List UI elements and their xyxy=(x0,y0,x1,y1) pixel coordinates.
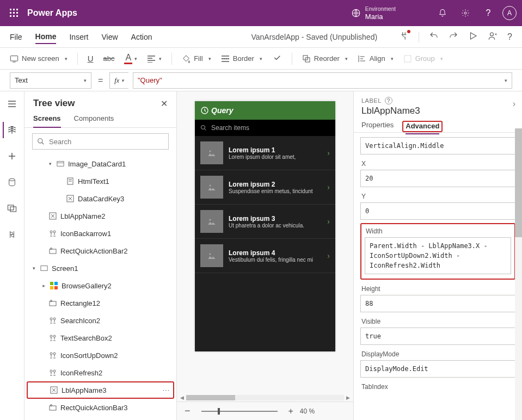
align-button[interactable]: Align▾ xyxy=(358,54,394,63)
thumbnail-icon xyxy=(200,210,223,233)
svg-point-39 xyxy=(50,353,52,355)
tree-close-icon[interactable]: ✕ xyxy=(161,98,168,109)
menu-insert[interactable]: Insert xyxy=(69,33,88,41)
tree-node-screen1[interactable]: ▾Screen1 xyxy=(27,260,174,277)
list-item-title: Lorem ipsum 4 xyxy=(229,249,322,257)
redo-icon[interactable] xyxy=(449,31,458,42)
user-avatar[interactable]: A xyxy=(502,6,517,20)
svg-point-48 xyxy=(210,151,211,152)
ribbon-toolbar: New screen▾ U abc A▾ ▾ Fill▾ Border▾ Reo… xyxy=(0,48,522,70)
menu-file[interactable]: File xyxy=(10,33,22,41)
tree-node-iconrefresh[interactable]: IconRefresh2 xyxy=(27,364,174,381)
play-icon[interactable] xyxy=(468,31,478,42)
zoom-slider[interactable] xyxy=(201,411,278,412)
help-icon[interactable]: ? xyxy=(480,4,497,22)
rail-media-icon[interactable] xyxy=(4,200,20,217)
tree-node-more-icon[interactable]: ··· xyxy=(163,386,170,394)
svg-rect-44 xyxy=(50,406,56,410)
phone-list-item[interactable]: Lorem ipsum 4Vestibulum dui felis, fring… xyxy=(195,239,335,273)
underline-icon[interactable]: U xyxy=(88,54,94,63)
settings-icon[interactable] xyxy=(457,4,474,22)
label-width: Width xyxy=(366,227,511,235)
global-header: Power Apps Environment Maria ? A xyxy=(0,0,522,26)
zoom-out-icon[interactable]: − xyxy=(185,405,191,417)
tree-node-searchicon2[interactable]: SearchIcon2 xyxy=(27,312,174,329)
app-checker-icon[interactable] xyxy=(399,31,409,42)
field-y[interactable]: 0 xyxy=(360,202,515,220)
notifications-icon[interactable] xyxy=(434,4,451,22)
props-collapse-icon[interactable]: › xyxy=(513,99,515,109)
tree-node-rectqa3[interactable]: RectQuickActionBar3 xyxy=(27,399,174,416)
list-item-subtitle: Vestibulum dui felis, fringilla nec mi xyxy=(229,257,322,263)
list-item-subtitle: Ut pharetra a dolor ac vehicula. xyxy=(229,223,322,228)
property-selector[interactable]: Text▾ xyxy=(10,72,91,89)
phone-list-item[interactable]: Lorem ipsum 3Ut pharetra a dolor ac vehi… xyxy=(195,205,335,239)
zoom-in-icon[interactable]: + xyxy=(288,406,293,416)
tree-node-iconbackarrow[interactable]: IconBackarrow1 xyxy=(27,225,174,242)
tree-node-textsearchbox[interactable]: TextSearchBox2 xyxy=(27,329,174,347)
label-visible: Visible xyxy=(361,318,515,325)
share-icon[interactable] xyxy=(488,31,498,42)
rail-insert-icon[interactable] xyxy=(4,148,20,164)
format-painter-icon[interactable] xyxy=(272,53,282,64)
strikethrough-icon[interactable]: abc xyxy=(103,54,114,63)
svg-point-37 xyxy=(50,335,52,337)
svg-point-25 xyxy=(53,231,56,233)
phone-list-item[interactable]: Lorem ipsum 2Suspendisse enim metus, tin… xyxy=(195,170,335,205)
new-screen-button[interactable]: New screen▾ xyxy=(10,54,67,63)
svg-rect-18 xyxy=(10,207,16,212)
label-displaymode: DisplayMode xyxy=(361,350,515,358)
field-x[interactable]: 20 xyxy=(360,170,515,187)
tree-node-browsegallery[interactable]: ▾BrowseGallery2 xyxy=(27,277,174,294)
field-displaymode[interactable]: DisplayMode.Edit xyxy=(360,360,515,378)
svg-rect-2 xyxy=(16,9,18,10)
svg-point-19 xyxy=(38,139,42,143)
reorder-button[interactable]: Reorder▾ xyxy=(302,54,348,63)
width-highlight-group: Width Parent.Width - LblAppName3.X - Ico… xyxy=(360,223,515,280)
tree-search-input[interactable]: Search xyxy=(32,133,169,150)
canvas-hscroll[interactable]: ◀▶ xyxy=(177,394,353,402)
app-launcher-icon[interactable] xyxy=(5,4,23,22)
field-visible[interactable]: true xyxy=(360,328,515,345)
tab-properties[interactable]: Properties xyxy=(361,121,394,132)
svg-rect-15 xyxy=(404,55,411,62)
menu-view[interactable]: View xyxy=(101,33,118,41)
svg-point-50 xyxy=(210,219,211,221)
font-color-icon[interactable]: A▾ xyxy=(124,53,137,64)
tree-node-htmltext[interactable]: HtmlText1 xyxy=(27,172,174,190)
phone-preview[interactable]: Query Search items Lorem ipsum 1Lorem ip… xyxy=(195,101,335,351)
tree-node-rectqa2[interactable]: RectQuickActionBar2 xyxy=(27,242,174,260)
border-button[interactable]: Border▾ xyxy=(221,54,262,63)
tree-node-rectangle12[interactable]: Rectangle12 xyxy=(27,294,174,312)
list-item-title: Lorem ipsum 3 xyxy=(229,215,322,223)
group-button[interactable]: Group▾ xyxy=(403,54,443,63)
help-menu-icon[interactable]: ? xyxy=(507,32,512,42)
menu-home[interactable]: Home xyxy=(35,32,57,44)
field-verticalalign[interactable]: VerticalAlign.Middle xyxy=(360,137,515,155)
fx-label[interactable]: fx▾ xyxy=(109,72,128,89)
tree-node-iconsortupdown[interactable]: IconSortUpDown2 xyxy=(27,347,174,364)
phone-list-item[interactable]: Lorem ipsum 1Lorem ipsum dolor sit amet,… xyxy=(195,136,335,170)
tree-node-image-datacard[interactable]: ▾Image_DataCard1 xyxy=(27,155,174,172)
props-scrollbar[interactable] xyxy=(515,128,522,420)
field-width[interactable]: Parent.Width - LblAppName3.X - IconSortU… xyxy=(365,237,511,274)
undo-icon[interactable] xyxy=(429,31,439,42)
rail-treeview-icon[interactable] xyxy=(3,122,19,138)
fill-button[interactable]: Fill▾ xyxy=(182,54,211,63)
tree-node-lblappname2[interactable]: LblAppName2 xyxy=(27,207,174,225)
environment-label: Environment xyxy=(365,5,396,13)
tab-components[interactable]: Components xyxy=(74,114,114,127)
field-height[interactable]: 88 xyxy=(360,295,515,312)
environment-name: Maria xyxy=(365,13,396,21)
tree-node-datacardkey[interactable]: DataCardKey3 xyxy=(27,190,174,207)
rail-tools-icon[interactable] xyxy=(4,226,20,243)
tree-node-lblappname3[interactable]: LblAppName3··· xyxy=(27,381,174,399)
tab-screens[interactable]: Screens xyxy=(33,114,61,128)
environment-picker[interactable]: Environment Maria xyxy=(351,5,396,21)
thumbnail-icon xyxy=(200,244,223,267)
rail-hamburger-icon[interactable] xyxy=(4,96,20,112)
formula-input[interactable]: "Query"▾ xyxy=(133,72,512,89)
rail-data-icon[interactable] xyxy=(4,174,20,190)
align-icon[interactable]: ▾ xyxy=(147,55,162,63)
menu-action[interactable]: Action xyxy=(131,33,152,41)
